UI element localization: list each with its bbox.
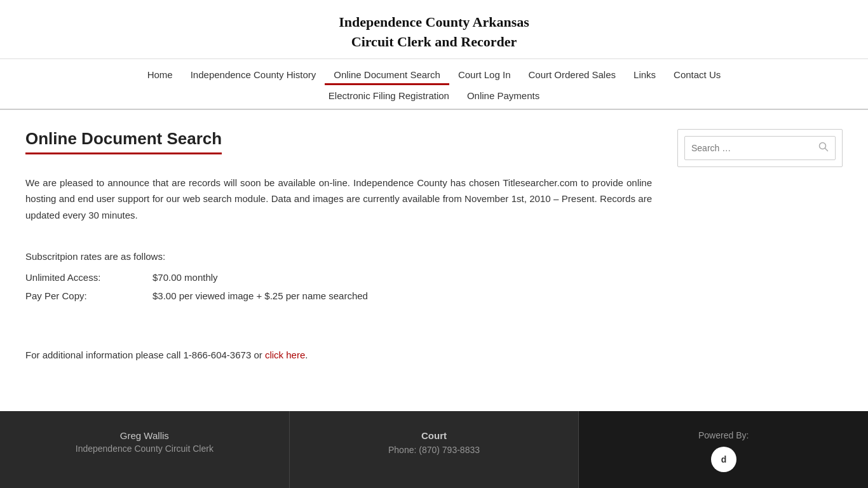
nav-court-sales[interactable]: Court Ordered Sales (519, 64, 625, 85)
contact-line: For additional information please call 1… (25, 349, 652, 360)
subscription-intro: Subscritpion rates are as follows: (25, 251, 652, 262)
payper-label: Pay Per Copy: (25, 290, 153, 301)
search-icon (818, 142, 829, 152)
svg-line-1 (825, 148, 828, 151)
sidebar (677, 129, 843, 361)
nav-history[interactable]: Independence County History (182, 64, 325, 85)
powered-logo: d (711, 447, 736, 472)
site-title: Independence County Arkansas Circuit Cle… (6, 13, 862, 52)
unlimited-label: Unlimited Access: (25, 272, 153, 283)
site-title-line1: Independence County Arkansas (339, 14, 529, 30)
nav-document-search[interactable]: Online Document Search (325, 64, 449, 85)
nav-efiling[interactable]: Electronic Filing Registration (320, 88, 458, 104)
footer-court-phone: Phone: (870) 793-8833 (302, 445, 566, 455)
subscription-row-unlimited: Unlimited Access: $70.00 monthly (25, 272, 652, 283)
nav-row-2: Electronic Filing Registration Online Pa… (0, 85, 868, 109)
content-area: Online Document Search We are pleased to… (25, 129, 652, 361)
main-content: Online Document Search We are pleased to… (0, 110, 868, 386)
subscription-row-payper: Pay Per Copy: $3.00 per viewed image + $… (25, 290, 652, 301)
footer-clerk-role: Independence County Circuit Clerk (13, 444, 276, 454)
site-footer: Greg Wallis Independence County Circuit … (0, 411, 868, 488)
footer-clerk-name: Greg Wallis (13, 430, 276, 441)
search-button[interactable] (812, 137, 835, 159)
search-input[interactable] (685, 138, 812, 158)
footer-col-court: Court Phone: (870) 793-8833 (290, 411, 580, 488)
nav-payments[interactable]: Online Payments (458, 88, 548, 104)
nav-contact[interactable]: Contact Us (665, 64, 729, 85)
nav-court-login[interactable]: Court Log In (449, 64, 520, 85)
page-title: Online Document Search (25, 129, 222, 154)
nav-links[interactable]: Links (625, 64, 665, 85)
footer-powered-label: Powered By: (592, 430, 855, 440)
site-header: Independence County Arkansas Circuit Cle… (0, 0, 868, 59)
search-input-wrapper (684, 136, 836, 160)
contact-text-after: . (305, 349, 308, 360)
nav-home[interactable]: Home (139, 64, 182, 85)
svg-text:d: d (721, 454, 726, 464)
click-here-link[interactable]: click here (265, 349, 305, 360)
nav-row-1: Home Independence County History Online … (0, 59, 868, 85)
site-title-line2: Circuit Clerk and Recorder (351, 34, 517, 50)
powered-logo-icon: d (714, 450, 733, 469)
footer-court-label: Court (302, 430, 566, 441)
search-widget (677, 129, 843, 167)
contact-text-before: For additional information please call 1… (25, 349, 265, 360)
main-nav: Home Independence County History Online … (0, 59, 868, 110)
footer-col-clerk: Greg Wallis Independence County Circuit … (0, 411, 290, 488)
payper-value: $3.00 per viewed image + $.25 per name s… (153, 290, 368, 301)
intro-paragraph: We are pleased to announce that are reco… (25, 175, 652, 224)
footer-content: Greg Wallis Independence County Circuit … (0, 411, 868, 488)
unlimited-value: $70.00 monthly (153, 272, 218, 283)
footer-col-powered: Powered By: d (579, 411, 868, 488)
